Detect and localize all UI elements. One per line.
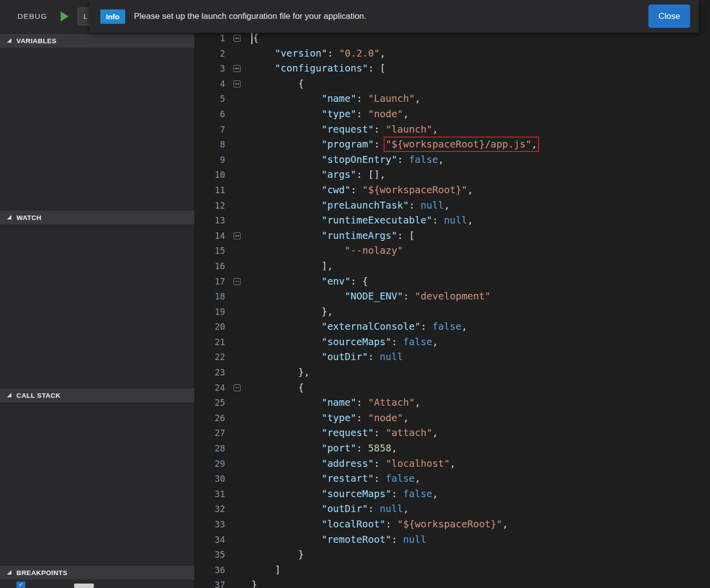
- fold-collapse-icon[interactable]: [234, 65, 240, 72]
- code-text: "preLaunchTask": null,: [249, 198, 450, 214]
- line-number: 9: [194, 152, 225, 168]
- code-text: "runtimeExecutable": null,: [249, 213, 473, 228]
- code-text: {: [249, 31, 259, 46]
- code-line[interactable]: 7 "request": "launch",: [194, 122, 710, 138]
- code-line[interactable]: 14 "runtimeArgs": [: [194, 228, 710, 244]
- code-line[interactable]: 31 "sourceMaps": false,: [194, 487, 710, 502]
- code-line[interactable]: 3 "configurations": [: [194, 61, 710, 76]
- fold-collapse-icon[interactable]: [234, 232, 240, 239]
- code-line[interactable]: 19 },: [194, 304, 710, 320]
- fold-collapse-icon[interactable]: [234, 80, 240, 87]
- fold-gutter[interactable]: [225, 384, 249, 391]
- line-number: 16: [194, 259, 225, 274]
- line-number: 7: [194, 122, 225, 138]
- fold-gutter[interactable]: [225, 35, 249, 42]
- breakpoint-row[interactable]: [0, 580, 194, 588]
- line-number: 24: [194, 380, 225, 396]
- code-text: "program": "${workspaceRoot}/app.js",: [249, 137, 537, 152]
- line-number: 4: [194, 76, 225, 92]
- code-line[interactable]: 25 "name": "Attach",: [194, 395, 710, 411]
- section-header-call-stack[interactable]: CALL STACK: [0, 388, 194, 402]
- collapse-triangle-icon: [7, 215, 11, 220]
- code-text: {: [249, 76, 304, 92]
- code-line[interactable]: 32 "outDir": null,: [194, 502, 710, 517]
- info-badge: Info: [100, 9, 125, 24]
- code-line[interactable]: 20 "externalConsole": false,: [194, 319, 710, 335]
- fold-collapse-icon[interactable]: [234, 35, 240, 42]
- notification-bar: Info Please set up the launch configurat…: [89, 0, 699, 33]
- line-number: 8: [194, 137, 225, 152]
- code-line[interactable]: 8 "program": "${workspaceRoot}/app.js",: [194, 137, 710, 152]
- code-line[interactable]: 30 "restart": false,: [194, 471, 710, 487]
- line-number: 34: [194, 532, 225, 548]
- code-line[interactable]: 16 ],: [194, 259, 710, 274]
- line-number: 26: [194, 411, 225, 426]
- section-header-breakpoints[interactable]: BREAKPOINTS: [0, 565, 194, 580]
- section-header-watch[interactable]: WATCH: [0, 210, 194, 224]
- code-text: "remoteRoot": null: [249, 532, 426, 548]
- code-line[interactable]: 23 },: [194, 365, 710, 380]
- start-debug-icon[interactable]: [61, 11, 69, 21]
- fold-gutter[interactable]: [225, 80, 249, 87]
- code-text: "type": "node",: [249, 107, 409, 122]
- code-line[interactable]: 17 "env": {: [194, 274, 710, 290]
- line-number: 37: [194, 578, 225, 588]
- code-line[interactable]: 26 "type": "node",: [194, 411, 710, 426]
- line-number: 18: [194, 289, 225, 304]
- vscode-debug-view: 1{2 "version": "0.2.0",3 "configurations…: [0, 0, 710, 588]
- code-text: "--nolazy": [249, 243, 403, 259]
- code-text: },: [249, 304, 333, 320]
- code-line[interactable]: 28 "port": 5858,: [194, 441, 710, 456]
- fold-collapse-icon[interactable]: [234, 384, 240, 391]
- code-text: "type": "node",: [249, 411, 409, 426]
- line-number: 32: [194, 502, 225, 517]
- code-line[interactable]: 15 "--nolazy": [194, 243, 710, 259]
- code-line[interactable]: 22 "outDir": null: [194, 350, 710, 365]
- code-line[interactable]: 37}: [194, 578, 710, 588]
- line-number: 11: [194, 183, 225, 198]
- code-line[interactable]: 29 "address": "localhost",: [194, 456, 710, 472]
- text-cursor: [251, 33, 252, 44]
- line-number: 33: [194, 517, 225, 532]
- code-line[interactable]: 35 }: [194, 547, 710, 563]
- debug-title: DEBUG: [17, 12, 47, 21]
- code-line[interactable]: 12 "preLaunchTask": null,: [194, 198, 710, 214]
- code-line[interactable]: 13 "runtimeExecutable": null,: [194, 213, 710, 228]
- code-text: ],: [249, 259, 333, 274]
- code-line[interactable]: 5 "name": "Launch",: [194, 91, 710, 107]
- code-line[interactable]: 27 "request": "attach",: [194, 426, 710, 441]
- code-line[interactable]: 2 "version": "0.2.0",: [194, 46, 710, 62]
- fold-gutter[interactable]: [225, 232, 249, 239]
- code-line[interactable]: 24 {: [194, 380, 710, 396]
- code-line[interactable]: 34 "remoteRoot": null: [194, 532, 710, 548]
- line-number: 10: [194, 167, 225, 183]
- code-lines: 1{2 "version": "0.2.0",3 "configurations…: [194, 31, 710, 588]
- close-button[interactable]: Close: [648, 4, 690, 28]
- code-line[interactable]: 6 "type": "node",: [194, 107, 710, 122]
- code-text: "restart": false,: [249, 471, 421, 487]
- code-text: "name": "Attach",: [249, 395, 421, 411]
- section-header-variables[interactable]: VARIABLES: [0, 33, 194, 48]
- code-line[interactable]: 10 "args": [],: [194, 167, 710, 183]
- fold-gutter[interactable]: [225, 278, 249, 285]
- code-line[interactable]: 18 "NODE_ENV": "development": [194, 289, 710, 304]
- line-number: 5: [194, 91, 225, 107]
- code-text: "externalConsole": false,: [249, 319, 467, 335]
- fold-gutter[interactable]: [225, 65, 249, 72]
- fold-collapse-icon[interactable]: [234, 278, 240, 285]
- line-number: 14: [194, 228, 225, 244]
- line-number: 35: [194, 547, 225, 563]
- code-line[interactable]: 11 "cwd": "${workspaceRoot}",: [194, 183, 710, 198]
- code-text: }: [249, 578, 257, 588]
- code-line[interactable]: 9 "stopOnEntry": false,: [194, 152, 710, 168]
- code-line[interactable]: 21 "sourceMaps": false,: [194, 335, 710, 350]
- code-text: "request": "attach",: [249, 426, 438, 441]
- editor-pane[interactable]: 1{2 "version": "0.2.0",3 "configurations…: [194, 0, 710, 588]
- code-line[interactable]: 33 "localRoot": "${workspaceRoot}",: [194, 517, 710, 532]
- breakpoint-checkbox[interactable]: [16, 582, 25, 588]
- code-text: ]: [249, 563, 281, 578]
- collapse-triangle-icon: [7, 570, 11, 575]
- code-line[interactable]: 4 {: [194, 76, 710, 92]
- code-line[interactable]: 36 ]: [194, 563, 710, 578]
- code-line[interactable]: 1{: [194, 31, 710, 46]
